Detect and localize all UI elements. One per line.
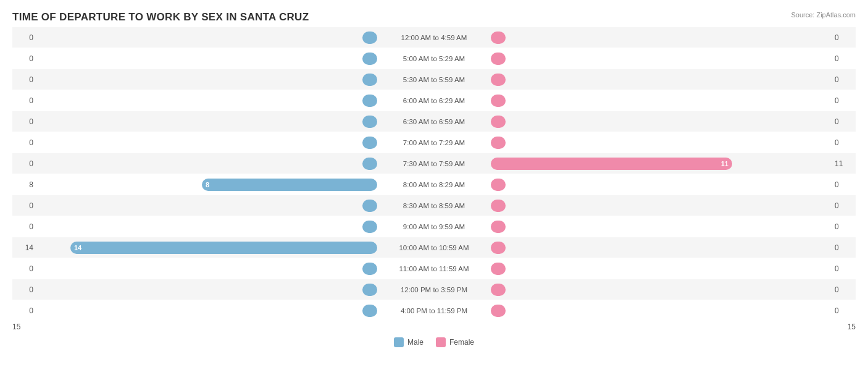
- female-bar-wrap: [490, 174, 831, 195]
- bar-section: 7:00 AM to 7:29 AM: [37, 132, 831, 153]
- female-bar-value: 11: [721, 160, 728, 167]
- male-bar-zero: [362, 200, 377, 212]
- female-bar-wrap: [490, 216, 831, 237]
- male-bar-wrap: 8: [37, 174, 378, 195]
- male-bar-zero: [362, 74, 377, 86]
- right-value: 0: [831, 222, 856, 231]
- time-label: 4:00 PM to 11:59 PM: [401, 307, 467, 314]
- right-value: 0: [831, 285, 856, 294]
- bar-section: 6:00 AM to 6:29 AM: [37, 90, 831, 111]
- time-label-wrap: 6:30 AM to 6:59 AM: [378, 111, 490, 132]
- male-bar-wrap: 14: [37, 237, 378, 258]
- female-bar-zero: [491, 242, 506, 254]
- left-value: 0: [12, 117, 37, 126]
- table-row: 05:30 AM to 5:59 AM0: [12, 69, 856, 90]
- bar-section: 12:00 AM to 4:59 AM: [37, 27, 831, 48]
- female-bar-wrap: [490, 258, 831, 279]
- axis-labels: 15 15: [12, 323, 856, 332]
- male-bar-wrap: [37, 195, 378, 216]
- time-label: 11:00 AM to 11:59 AM: [399, 265, 469, 272]
- table-row: 06:30 AM to 6:59 AM0: [12, 111, 856, 132]
- female-bar-zero: [491, 305, 506, 317]
- female-bar-zero: [491, 74, 506, 86]
- female-bar-wrap: [490, 48, 831, 69]
- axis-left: 15: [12, 323, 20, 331]
- right-value: 0: [831, 96, 856, 105]
- male-bar-wrap: [37, 90, 378, 111]
- bar-section: 5:00 AM to 5:29 AM: [37, 48, 831, 69]
- left-value: 0: [12, 201, 37, 210]
- male-bar-zero: [362, 158, 377, 170]
- table-row: 07:30 AM to 7:59 AM1111: [12, 153, 856, 174]
- table-row: 06:00 AM to 6:29 AM0: [12, 90, 856, 111]
- female-bar-zero: [491, 221, 506, 233]
- female-bar-wrap: [490, 300, 831, 321]
- table-row: 888:00 AM to 8:29 AM0: [12, 174, 856, 195]
- time-label: 7:00 AM to 7:29 AM: [403, 139, 465, 146]
- bar-section: 6:30 AM to 6:59 AM: [37, 111, 831, 132]
- male-bar-zero: [362, 32, 377, 44]
- male-bar-wrap: [37, 48, 378, 69]
- legend-female: Female: [436, 337, 474, 347]
- time-label: 7:30 AM to 7:59 AM: [403, 160, 465, 167]
- table-row: 09:00 AM to 9:59 AM0: [12, 216, 856, 237]
- legend-male-box: [394, 337, 404, 347]
- time-label-wrap: 8:00 AM to 8:29 AM: [378, 174, 490, 195]
- bar-section: 8:30 AM to 8:59 AM: [37, 195, 831, 216]
- right-value: 0: [831, 75, 856, 84]
- table-row: 012:00 PM to 3:59 PM0: [12, 279, 856, 300]
- male-bar-wrap: [37, 300, 378, 321]
- right-value: 0: [831, 201, 856, 210]
- right-value: 0: [831, 138, 856, 147]
- left-value: 0: [12, 138, 37, 147]
- right-value: 11: [831, 159, 856, 168]
- male-bar-zero: [362, 95, 377, 107]
- male-bar-wrap: [37, 132, 378, 153]
- male-bar-zero: [362, 305, 377, 317]
- male-bar-wrap: [37, 111, 378, 132]
- male-bar-wrap: [37, 153, 378, 174]
- female-bar-wrap: [490, 132, 831, 153]
- female-bar-wrap: [490, 90, 831, 111]
- female-bar-zero: [491, 284, 506, 296]
- bar-section: 12:00 PM to 3:59 PM: [37, 279, 831, 300]
- bar-section: 88:00 AM to 8:29 AM: [37, 174, 831, 195]
- bar-section: 9:00 AM to 9:59 AM: [37, 216, 831, 237]
- time-label-wrap: 6:00 AM to 6:29 AM: [378, 90, 490, 111]
- bar-section: 7:30 AM to 7:59 AM11: [37, 153, 831, 174]
- female-bar: 11: [491, 158, 732, 170]
- legend: Male Female: [12, 337, 856, 347]
- left-value: 0: [12, 159, 37, 168]
- table-row: 07:00 AM to 7:29 AM0: [12, 132, 856, 153]
- female-bar-zero: [491, 53, 506, 65]
- left-value: 14: [12, 243, 37, 252]
- right-value: 0: [831, 33, 856, 42]
- female-bar-zero: [491, 95, 506, 107]
- chart-title: TIME OF DEPARTURE TO WORK BY SEX IN SANT…: [12, 11, 856, 23]
- legend-female-label: Female: [449, 338, 474, 347]
- left-value: 0: [12, 96, 37, 105]
- female-bar-zero: [491, 263, 506, 275]
- left-value: 0: [12, 306, 37, 315]
- male-bar-zero: [362, 263, 377, 275]
- legend-female-box: [436, 337, 446, 347]
- table-row: 08:30 AM to 8:59 AM0: [12, 195, 856, 216]
- time-label: 5:00 AM to 5:29 AM: [403, 55, 465, 62]
- left-value: 0: [12, 264, 37, 273]
- right-value: 0: [831, 117, 856, 126]
- time-label-wrap: 7:30 AM to 7:59 AM: [378, 153, 490, 174]
- female-bar-wrap: [490, 237, 831, 258]
- legend-male: Male: [394, 337, 424, 347]
- time-label-wrap: 12:00 AM to 4:59 AM: [378, 27, 490, 48]
- table-row: 012:00 AM to 4:59 AM0: [12, 27, 856, 48]
- male-bar-zero: [362, 137, 377, 149]
- left-value: 0: [12, 285, 37, 294]
- female-bar-zero: [491, 200, 506, 212]
- time-label-wrap: 10:00 AM to 10:59 AM: [378, 237, 490, 258]
- male-bar-value: 14: [74, 244, 81, 251]
- time-label-wrap: 4:00 PM to 11:59 PM: [378, 300, 490, 321]
- male-bar-wrap: [37, 27, 378, 48]
- male-bar-wrap: [37, 258, 378, 279]
- time-label-wrap: 11:00 AM to 11:59 AM: [378, 258, 490, 279]
- female-bar-zero: [491, 137, 506, 149]
